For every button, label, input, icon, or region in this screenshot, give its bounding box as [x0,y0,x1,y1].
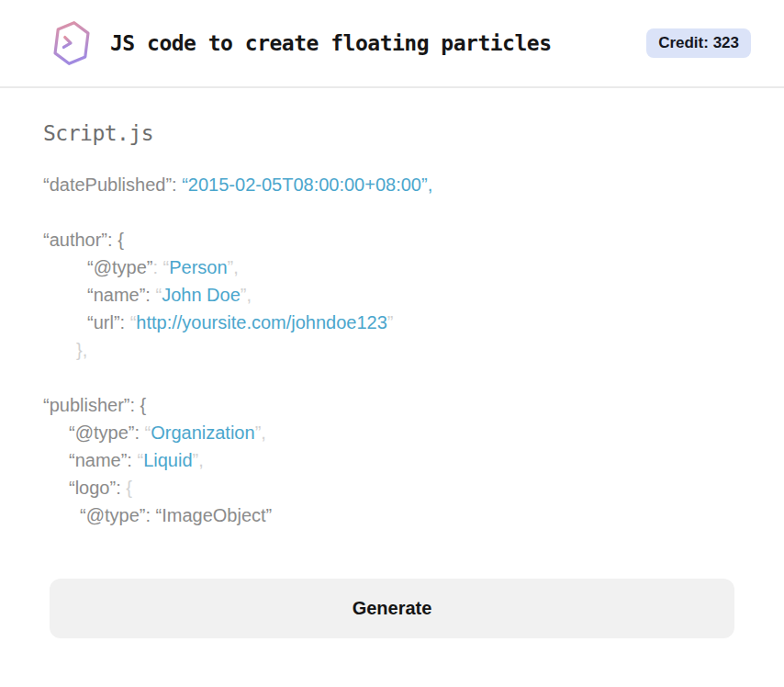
code-block: “datePublished”: “2015-02-05T08:00:00+08… [43,171,741,529]
terminal-hexagon-icon [51,19,92,67]
code-line: “@type”: “Organization”, [43,419,741,446]
script-filename: Script.js [43,121,741,145]
code-segment: “name”: [69,450,137,470]
code-segment: “publisher”: { [43,395,146,415]
credit-badge: Credit: 323 [646,28,751,58]
code-segment: “url”: [87,312,130,332]
code-segment: { [126,478,132,498]
generate-button[interactable]: Generate [50,579,734,638]
code-line: “name”: “John Doe”, [43,281,741,309]
code-line: “author”: { [43,226,741,253]
code-segment: ”, [255,422,266,443]
code-segment: : [152,257,162,277]
header: JS code to create floating particles Cre… [0,0,784,88]
code-segment: “@type”: [69,422,145,443]
code-segment: “2015-02-05T08:00:00+08:00”, [182,175,432,195]
code-line: “datePublished”: “2015-02-05T08:00:00+08… [43,171,741,198]
code-line: “publisher”: { [43,391,741,419]
button-row: Generate [0,579,784,638]
code-segment: ” [387,312,394,332]
page-title: JS code to create floating particles [110,31,552,55]
code-segment: “author”: { [43,230,124,250]
code-line: }, [43,336,741,364]
main-content: Script.js “datePublished”: “2015-02-05T0… [0,121,784,529]
code-segment: ”, [241,285,252,305]
code-line: “@type”: “ImageObject” [43,501,741,529]
code-segment: http://yoursite.com/johndoe123 [136,312,387,332]
code-segment: “datePublished”: [43,175,182,195]
code-line: “url”: “http://yoursite.com/johndoe123” [43,309,741,336]
code-line [43,364,741,391]
code-segment: John Doe [162,285,241,305]
code-segment: “@type” [87,257,152,277]
code-line: “name”: “Liquid”, [43,446,741,474]
code-segment: “@type”: “ImageObject” [80,505,272,525]
code-segment: Person [169,257,227,277]
code-segment: “logo”: [69,478,126,498]
code-line: “logo”: { [43,474,741,501]
code-segment: ”, [228,257,239,277]
code-line: “@type”: “Person”, [43,253,741,281]
code-segment: }, [76,340,87,360]
code-segment: “name”: [87,285,155,305]
code-segment: ”, [193,450,204,470]
code-segment: Organization [151,422,254,443]
code-line [43,198,741,226]
code-segment: Liquid [143,450,192,470]
